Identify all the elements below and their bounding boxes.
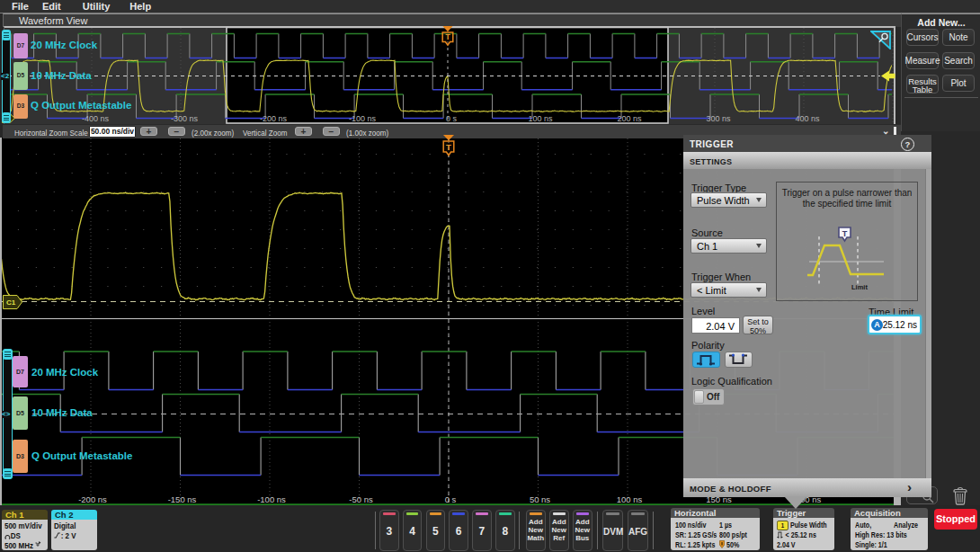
- menu-item-file[interactable]: File: [12, 0, 29, 13]
- svg-text:T: T: [842, 229, 848, 238]
- horizontal-zoom-plus-button[interactable]: +: [140, 127, 157, 136]
- toggle-knob: [694, 390, 704, 404]
- channel-5-button[interactable]: 5: [426, 510, 446, 551]
- pulse-width-diagram: T Limit: [777, 209, 915, 299]
- dropdown-arrow-icon: [756, 288, 762, 292]
- afg-button[interactable]: AFG: [628, 510, 648, 551]
- bracket-grip-top[interactable]: [3, 349, 13, 360]
- add-new-note-button[interactable]: Note: [942, 29, 975, 46]
- trigger-width-row: < 25.12 ns: [777, 530, 816, 539]
- overview-badge-d7[interactable]: D7: [13, 33, 28, 58]
- main-digital-bracket-handle[interactable]: <>: [2, 411, 10, 418]
- knob-a-icon: A: [871, 319, 883, 331]
- main-badge-d5[interactable]: D5: [13, 396, 28, 430]
- channel-3-button[interactable]: 3: [379, 510, 399, 551]
- source-dropdown[interactable]: Ch 1: [690, 238, 767, 254]
- polarity-positive-button[interactable]: [692, 352, 720, 368]
- dropdown-arrow-icon: [756, 198, 762, 202]
- main-badge-d3[interactable]: D3: [13, 440, 28, 473]
- trigger-t-icon: T: [440, 135, 458, 158]
- trigger-type-dropdown[interactable]: Pulse Width: [690, 192, 767, 208]
- add-new-search-button[interactable]: Search: [942, 52, 975, 69]
- trigger-panel-pointer: [784, 496, 807, 509]
- overview-badge-d5[interactable]: D5: [13, 62, 28, 90]
- level-label: Level: [691, 306, 715, 316]
- mode-holdoff-section[interactable]: MODE & HOLDOFF ›: [683, 478, 931, 497]
- polarity-label: Polarity: [691, 340, 725, 351]
- acquisition-badge[interactable]: AcquisitionAuto,AnalyzeHigh Res: 13 bits…: [851, 508, 928, 550]
- horizontal-badge[interactable]: Horizontal100 ns/divSR: 1.25 GS/sRL: 1.2…: [671, 508, 760, 550]
- overview-digital-bracket-handle[interactable]: <2: [1, 73, 9, 80]
- horizontal-zoom-scale-input[interactable]: 50.00 ns/div: [89, 126, 136, 138]
- stopped-button[interactable]: Stopped: [934, 509, 977, 530]
- channel-color-line: [499, 512, 512, 515]
- bracket-grip-bottom[interactable]: [3, 468, 13, 479]
- channel-color-line: [576, 512, 589, 515]
- channel-color-line: [530, 512, 542, 515]
- add-new-bus-button[interactable]: AddNewBus: [573, 510, 592, 551]
- badge-title: Acquisition: [851, 508, 928, 518]
- channel-4-button[interactable]: 4: [403, 510, 423, 551]
- bracket-grip-top[interactable]: [2, 30, 11, 40]
- dvm-button[interactable]: DVM: [602, 510, 623, 551]
- trigger-panel-body: Trigger Type Pulse Width Source Ch 1 Tri…: [683, 169, 931, 478]
- channel-color-line: [606, 512, 619, 515]
- menu-item-help[interactable]: Help: [129, 0, 151, 13]
- level-input[interactable]: 2.04 V: [691, 317, 740, 334]
- add-new-results-table-button[interactable]: ResultsTable: [906, 75, 939, 93]
- vertical-zoom-plus-button[interactable]: +: [295, 127, 312, 136]
- trash-button[interactable]: [952, 486, 968, 505]
- svg-text:C1: C1: [6, 298, 16, 307]
- help-icon[interactable]: ?: [901, 138, 914, 151]
- add-new-ref-button[interactable]: AddNewRef: [549, 510, 569, 551]
- menu-item-utility[interactable]: Utility: [83, 0, 111, 13]
- channel-8-button[interactable]: 8: [495, 510, 515, 551]
- trigger-panel-titlebar[interactable]: TRIGGER ?: [683, 135, 931, 152]
- channel-color-line: [383, 512, 396, 515]
- ch2-badge[interactable]: Ch 2Digital: 2 V: [51, 510, 97, 550]
- channel-6-button[interactable]: 6: [449, 510, 468, 551]
- acquisition-analyze: Analyze: [894, 520, 918, 530]
- time-limit-input[interactable]: A 25.12 ns: [868, 315, 922, 334]
- svg-text:Limit: Limit: [851, 283, 868, 291]
- polarity-negative-button[interactable]: [725, 352, 753, 368]
- logic-qualification-toggle[interactable]: Off: [692, 388, 725, 405]
- channel-7-button[interactable]: 7: [472, 510, 492, 551]
- channel-color-line: [452, 512, 465, 515]
- trigger-settings-panel: TRIGGER ? SETTINGS Trigger Type Pulse Wi…: [683, 135, 931, 497]
- menu-item-edit[interactable]: Edit: [42, 0, 61, 13]
- main-trigger-marker[interactable]: T: [440, 135, 458, 158]
- horizontal-zoom-minus-button[interactable]: −: [168, 127, 185, 136]
- main-badge-d7[interactable]: D7: [13, 356, 28, 387]
- bracket-grip-bottom[interactable]: [2, 112, 11, 123]
- dropdown-arrow-icon: [756, 244, 762, 248]
- tab-settings[interactable]: SETTINGS: [683, 152, 931, 169]
- add-new-math-button[interactable]: AddNewMath: [526, 510, 546, 551]
- badge-title: Ch 2: [51, 510, 97, 520]
- add-new-cursors-button[interactable]: Cursors: [906, 29, 939, 46]
- ch1-badge[interactable]: Ch 1500 mV/divDS500 MHz: [2, 510, 48, 550]
- ch1-scale: 500 mV/div: [4, 521, 42, 530]
- overview-zoom-flag[interactable]: [870, 31, 891, 49]
- main-ch1-tag[interactable]: C1: [3, 295, 22, 309]
- trigger-when-dropdown[interactable]: < Limit: [690, 282, 767, 298]
- add-new-measure-button[interactable]: Measure: [906, 52, 939, 69]
- negative-pulse-icon: [726, 352, 752, 367]
- trigger-description-line2: the specified time limit: [777, 199, 917, 209]
- vertical-zoom-factor: (1.00x zoom): [346, 128, 388, 138]
- pulse-width-icon: [777, 530, 784, 539]
- trigger-panel-scroll-gutter[interactable]: [925, 169, 931, 478]
- overview-trigger-marker[interactable]: T: [440, 26, 456, 48]
- add-new-plot-button[interactable]: Plot: [942, 75, 975, 92]
- bottombar-separator: [653, 512, 654, 549]
- bottombar-separator: [597, 512, 598, 549]
- set-to-50-button[interactable]: Set to 50%: [743, 316, 773, 334]
- svg-text:T: T: [445, 32, 450, 41]
- trigger-badge[interactable]: Trigger1 Pulse Width < 25.12 ns2.04 V: [773, 508, 834, 550]
- bottombar-separator: [375, 512, 376, 549]
- svg-text:T: T: [446, 142, 451, 152]
- waveform-view-header[interactable]: Waveform View: [3, 13, 902, 27]
- vertical-zoom-minus-button[interactable]: −: [323, 127, 340, 136]
- channel-tag-icon: C1: [3, 295, 22, 309]
- overview-badge-d3[interactable]: D3: [13, 94, 28, 119]
